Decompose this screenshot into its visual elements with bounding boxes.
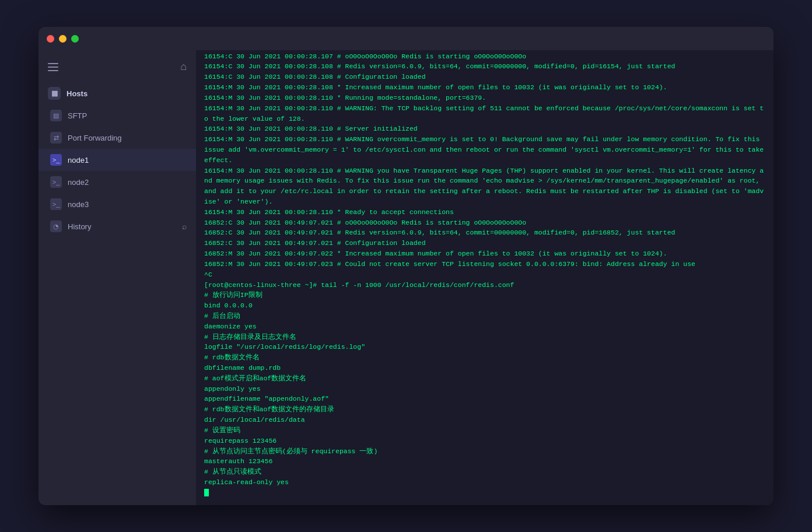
terminal-line: # 从节点只读模式 bbox=[204, 467, 765, 477]
hosts-label: Hosts bbox=[66, 89, 88, 98]
terminal-cursor-line bbox=[204, 488, 765, 498]
terminal-line: 16852:M 30 Jun 2021 00:49:07.022 * Incre… bbox=[204, 249, 765, 259]
terminal-line: # 设置密码 bbox=[204, 425, 765, 436]
sftp-label: SFTP bbox=[68, 111, 187, 120]
port-forwarding-label: Port Forwarding bbox=[68, 134, 187, 142]
sidebar-top: ⌂ bbox=[38, 56, 196, 82]
titlebar bbox=[38, 27, 774, 50]
terminal-line: dir /usr/local/redis/data bbox=[204, 415, 765, 425]
terminal-line: masterauth 123456 bbox=[204, 456, 765, 467]
sidebar-section-hosts[interactable]: ▦ Hosts bbox=[38, 82, 196, 104]
terminal-line: 16154:M 30 Jun 2021 00:00:28.110 # WARNI… bbox=[204, 103, 765, 124]
terminal-line: 16852:C 30 Jun 2021 00:49:07.021 # Confi… bbox=[204, 238, 765, 249]
node3-label: node3 bbox=[68, 200, 187, 209]
sidebar-item-node2[interactable]: >_ node2 bbox=[38, 171, 196, 193]
terminal-line: 16154:M 30 Jun 2021 00:00:28.110 # Serve… bbox=[204, 124, 765, 134]
history-label: History bbox=[68, 222, 91, 231]
terminal-cursor bbox=[204, 489, 209, 496]
sftp-icon: ▤ bbox=[50, 110, 62, 121]
sidebar-item-sftp[interactable]: ▤ SFTP bbox=[38, 104, 196, 127]
menu-icon[interactable] bbox=[48, 63, 58, 71]
sidebar: ⌂ ▦ Hosts ▤ SFTP ⇄ Port Forwarding >_ no… bbox=[38, 50, 196, 505]
terminal-line: 16852:C 30 Jun 2021 00:49:07.021 # Redis… bbox=[204, 228, 765, 238]
sidebar-item-port-forwarding[interactable]: ⇄ Port Forwarding bbox=[38, 127, 196, 149]
terminal-line: requirepass 123456 bbox=[204, 436, 765, 446]
main-layout: ⌂ ▦ Hosts ▤ SFTP ⇄ Port Forwarding >_ no… bbox=[38, 50, 774, 505]
terminal-line: appendonly yes bbox=[204, 384, 765, 394]
terminal-line: 16154:M 30 Jun 2021 00:00:28.110 # WARNI… bbox=[204, 166, 765, 207]
terminal-line: 16852:M 30 Jun 2021 00:49:07.023 # Could… bbox=[204, 259, 765, 270]
terminal-line: # rdb数据文件名 bbox=[204, 352, 765, 363]
node1-icon: >_ bbox=[50, 154, 62, 166]
terminal-line: dbfilename dump.rdb bbox=[204, 363, 765, 373]
terminal-line: 16154:M 30 Jun 2021 00:00:28.110 # WARNI… bbox=[204, 134, 765, 165]
terminal-line: 16154:M 30 Jun 2021 00:00:28.108 * Incre… bbox=[204, 82, 765, 93]
terminal-line: # 日志存储目录及日志文件名 bbox=[204, 332, 765, 342]
terminal-line: bind 0.0.0.0 bbox=[204, 300, 765, 311]
terminal-area[interactable]: Last login: Wed Jun 30 08:57:57 2021 fro… bbox=[196, 50, 774, 505]
sidebar-item-node1[interactable]: >_ node1 bbox=[38, 149, 196, 171]
node2-icon: >_ bbox=[50, 176, 62, 188]
history-icon: ◔ bbox=[50, 220, 62, 232]
node2-label: node2 bbox=[68, 178, 187, 187]
terminal-line: # rdb数据文件和aof数据文件的存储目录 bbox=[204, 404, 765, 415]
terminal-line: # 后台启动 bbox=[204, 311, 765, 321]
hosts-section-icon: ▦ bbox=[48, 87, 61, 100]
terminal-line: 16154:C 30 Jun 2021 00:00:28.108 # Confi… bbox=[204, 72, 765, 82]
terminal-line: logfile "/usr/local/redis/log/redis.log" bbox=[204, 342, 765, 352]
sidebar-item-node3[interactable]: >_ node3 bbox=[38, 193, 196, 215]
close-button[interactable] bbox=[47, 35, 54, 43]
terminal-line: 16154:C 30 Jun 2021 00:00:28.107 # oO0Oo… bbox=[204, 51, 765, 62]
minimize-button[interactable] bbox=[59, 35, 66, 43]
terminal-line: 16154:M 30 Jun 2021 00:00:28.110 * Runni… bbox=[204, 93, 765, 103]
app-window: ⌂ ▦ Hosts ▤ SFTP ⇄ Port Forwarding >_ no… bbox=[38, 27, 774, 505]
terminal-line: 16154:C 30 Jun 2021 00:00:28.108 # Redis… bbox=[204, 61, 765, 72]
node3-icon: >_ bbox=[50, 198, 62, 210]
terminal-line: # 从节点访问主节点密码(必须与 requirepass 一致) bbox=[204, 446, 765, 457]
terminal-line: daemonize yes bbox=[204, 321, 765, 332]
terminal-line: appendfilename "appendonly.aof" bbox=[204, 394, 765, 404]
terminal-line: ^C bbox=[204, 270, 765, 280]
search-icon[interactable]: ⌕ bbox=[182, 222, 187, 231]
terminal-line: replica-read-only yes bbox=[204, 477, 765, 488]
home-icon[interactable]: ⌂ bbox=[180, 61, 187, 73]
node1-label: node1 bbox=[68, 156, 187, 164]
sidebar-item-history[interactable]: ◔ History ⌕ bbox=[38, 215, 196, 237]
terminal-line: # 放行访问IP限制 bbox=[204, 290, 765, 300]
port-forwarding-icon: ⇄ bbox=[50, 132, 62, 144]
terminal-line: [root@centos-linux-three ~]# tail -f -n … bbox=[204, 280, 765, 290]
terminal-line: # aof模式开启和aof数据文件名 bbox=[204, 373, 765, 384]
terminal-line: 16852:C 30 Jun 2021 00:49:07.021 # oO0Oo… bbox=[204, 218, 765, 228]
terminal-line: 16154:M 30 Jun 2021 00:00:28.110 * Ready… bbox=[204, 207, 765, 218]
maximize-button[interactable] bbox=[71, 35, 79, 43]
